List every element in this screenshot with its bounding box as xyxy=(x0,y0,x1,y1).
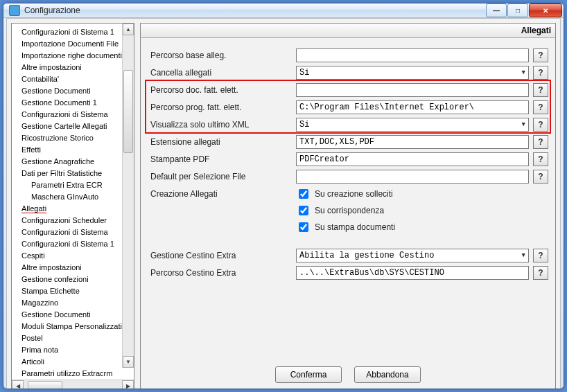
scroll-thumb-h[interactable] xyxy=(28,381,62,389)
navigation-tree-panel: Configurazioni di Sistema 1Importazione … xyxy=(11,23,134,389)
input-percorso-doc-fatt[interactable] xyxy=(296,83,529,97)
tree-item[interactable]: Gestione Cartelle Allegati xyxy=(12,121,134,132)
tree-item[interactable]: Parametri utilizzo Extracrm xyxy=(12,368,134,380)
tree-item[interactable]: Altre impostazioni xyxy=(12,62,134,73)
minimize-button[interactable]: — xyxy=(486,3,507,17)
tree-item[interactable]: Altre impostazioni xyxy=(12,262,134,274)
tree-item[interactable]: Configurazioni di Sistema 1 xyxy=(12,238,134,250)
label-default-selezione: Default per Selezione File xyxy=(148,172,293,181)
tree-item[interactable]: Contabilita' xyxy=(12,73,134,85)
combo-value: Si xyxy=(299,120,309,130)
tree-item[interactable]: Configurazioni di Sistema 1 xyxy=(12,26,134,38)
maximize-button[interactable]: □ xyxy=(507,3,528,17)
chevron-down-icon: ▼ xyxy=(522,69,525,76)
tree-item[interactable]: Stampa Etichette xyxy=(12,285,134,297)
tree-item[interactable]: Configurazioni Scheduler xyxy=(12,215,134,226)
help-gestione-cestino[interactable]: ? xyxy=(533,249,548,262)
row-percorso-cestino: Percorso Cestino Extra ? xyxy=(148,264,548,281)
tree-item[interactable]: Parametri Extra ECR xyxy=(12,179,134,191)
tree-item[interactable]: Articoli xyxy=(12,356,134,368)
input-default-selezione[interactable] xyxy=(296,170,529,184)
main-header: Allegati xyxy=(141,24,555,38)
help-visualizza-ultimo-xml[interactable]: ? xyxy=(533,118,548,132)
combo-value: Si xyxy=(299,68,309,78)
scroll-right-button[interactable]: ▶ xyxy=(122,380,134,389)
checkbox-label-su-corrispondenza: Su corrispondenza xyxy=(315,206,384,215)
help-percorso-doc-fatt[interactable]: ? xyxy=(533,83,548,97)
scroll-thumb-v[interactable] xyxy=(123,70,133,153)
tree-item[interactable]: Dati per Filtri Statistiche xyxy=(12,168,134,179)
help-stampante-pdf[interactable]: ? xyxy=(533,152,548,166)
help-percorso-cestino[interactable]: ? xyxy=(533,266,548,280)
form-area: Percorso base alleg. ? Cancella allegati… xyxy=(141,38,555,359)
tree-item[interactable]: Moduli Stampa Personalizzati xyxy=(12,321,134,332)
help-percorso-prog-fatt[interactable]: ? xyxy=(533,100,548,114)
input-percorso-base[interactable] xyxy=(296,48,529,62)
tree-item[interactable]: Postel xyxy=(12,332,134,344)
chevron-down-icon: ▼ xyxy=(522,252,525,259)
navigation-tree[interactable]: Configurazioni di Sistema 1Importazione … xyxy=(12,24,134,380)
help-percorso-base[interactable]: ? xyxy=(533,48,548,62)
window-title: Configurazione xyxy=(24,6,486,15)
tree-item[interactable]: Importazione Documenti File xyxy=(12,38,134,50)
row-percorso-prog-fatt: Percorso prog. fatt. elett. ? xyxy=(148,98,548,116)
tree-item[interactable]: Gestione Documenti xyxy=(12,85,134,97)
row-estensione-allegati: Estensione allegati ? xyxy=(148,133,548,150)
checkbox-su-creazione[interactable] xyxy=(299,189,308,199)
checkbox-su-stampa[interactable] xyxy=(299,222,308,232)
scroll-track-h[interactable] xyxy=(24,380,122,389)
checkbox-row-su-corrispondenza: Su corrispondenza xyxy=(148,202,548,219)
tree-item[interactable]: Gestione confezioni xyxy=(12,274,134,285)
confirm-button[interactable]: Conferma xyxy=(275,366,342,383)
input-percorso-cestino[interactable] xyxy=(296,266,529,280)
tree-item[interactable]: Gestione Anagrafiche xyxy=(12,156,134,168)
input-estensione-allegati[interactable] xyxy=(296,135,529,149)
tree-item[interactable]: Ricostruzione Storico xyxy=(12,132,134,144)
label-percorso-cestino: Percorso Cestino Extra xyxy=(148,268,293,278)
window-controls: — □ ✕ xyxy=(486,3,562,17)
scroll-track-v[interactable] xyxy=(123,35,134,356)
tree-item[interactable]: Effetti xyxy=(12,144,134,156)
label-stampante-pdf: Stampante PDF xyxy=(148,154,293,164)
label-percorso-prog-fatt: Percorso prog. fatt. elett. xyxy=(148,103,293,112)
help-cancella-allegati[interactable]: ? xyxy=(533,66,548,80)
tree-item[interactable]: Magazzino xyxy=(12,297,134,309)
main-panel: Allegati Percorso base alleg. ? Cancella… xyxy=(140,23,556,389)
combo-visualizza-ultimo-xml[interactable]: Si▼ xyxy=(296,118,529,132)
tree-scrollbar-horizontal[interactable]: ◀ ▶ xyxy=(12,380,134,389)
tree-item[interactable]: Allegati xyxy=(12,203,134,215)
titlebar: Configurazione — □ ✕ xyxy=(3,3,564,18)
checkbox-su-corrispondenza[interactable] xyxy=(299,206,308,215)
tree-item[interactable]: Cespiti xyxy=(12,250,134,262)
label-percorso-doc-fatt: Percorso doc. fatt. elett. xyxy=(148,85,293,95)
label-cancella-allegati: Cancella allegati xyxy=(148,68,293,78)
input-percorso-prog-fatt[interactable] xyxy=(296,100,529,114)
combo-cancella-allegati[interactable]: Si▼ xyxy=(296,66,529,80)
tree-item[interactable]: Importazione righe documenti xyxy=(12,50,134,62)
label-visualizza-ultimo-xml: Visualizza solo ultimo XML xyxy=(148,120,293,130)
button-bar: Conferma Abbandona xyxy=(141,359,555,389)
tree-item[interactable]: Gestione Documenti xyxy=(12,309,134,321)
scroll-left-button[interactable]: ◀ xyxy=(12,380,24,389)
label-estensione-allegati: Estensione allegati xyxy=(148,137,293,147)
scroll-down-button[interactable]: ▼ xyxy=(123,356,134,368)
row-stampante-pdf: Stampante PDF ? xyxy=(148,150,548,168)
input-stampante-pdf[interactable] xyxy=(296,152,529,166)
label-creazione-allegati: Creazione Allegati xyxy=(148,189,293,199)
row-gestione-cestino: Gestione Cestino Extra Abilita la gestio… xyxy=(148,247,548,264)
chevron-down-icon: ▼ xyxy=(522,121,525,128)
help-estensione-allegati[interactable]: ? xyxy=(533,135,548,149)
tree-item[interactable]: Configurazioni di Sistema xyxy=(12,109,134,121)
abandon-button[interactable]: Abbandona xyxy=(354,366,421,383)
tree-item[interactable]: Gestione Documenti 1 xyxy=(12,97,134,109)
checkbox-label-su-stampa: Su stampa documenti xyxy=(315,222,395,232)
combo-gestione-cestino[interactable]: Abilita la gestione Cestino▼ xyxy=(296,249,529,262)
tree-item[interactable]: Configurazioni di Sistema xyxy=(12,226,134,238)
close-button[interactable]: ✕ xyxy=(529,3,562,17)
tree-scrollbar-vertical[interactable]: ▲ ▼ xyxy=(122,24,134,368)
tree-item[interactable]: Maschera GInvAuto xyxy=(12,191,134,203)
help-default-selezione[interactable]: ? xyxy=(533,170,548,184)
scroll-up-button[interactable]: ▲ xyxy=(123,24,134,35)
row-default-selezione: Default per Selezione File ? xyxy=(148,168,548,185)
tree-item[interactable]: Prima nota xyxy=(12,344,134,356)
